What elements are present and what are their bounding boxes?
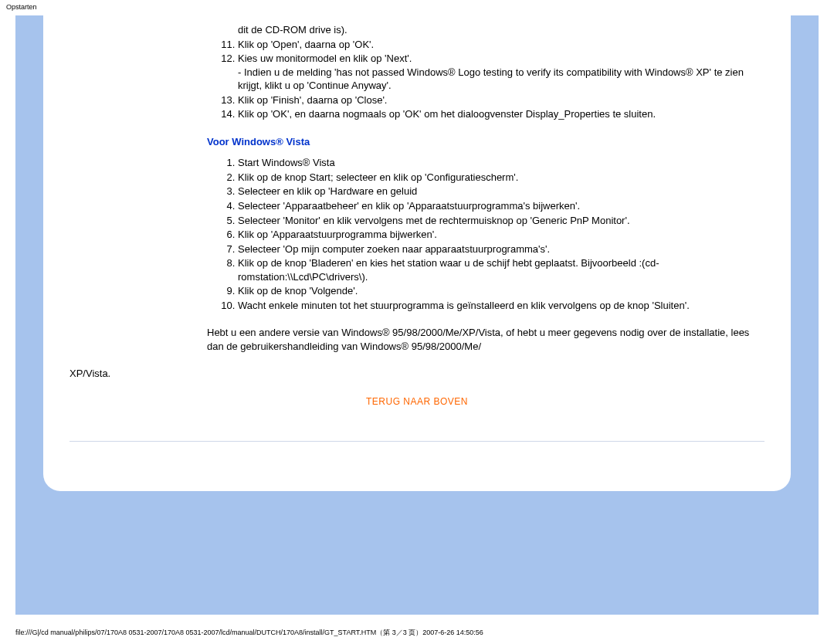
- list-item: Klik op 'OK', en daarna nogmaals op 'OK'…: [238, 107, 764, 121]
- list-item: Selecteer 'Monitor' en klik vervolgens m…: [238, 214, 764, 228]
- list-item: Kies uw monitormodel en klik op 'Next'. …: [238, 52, 764, 93]
- divider: [70, 441, 764, 442]
- list-item: Wacht enkele minuten tot het stuurprogra…: [238, 299, 764, 313]
- list-sub-note: - Indien u de melding 'has not passed Wi…: [238, 66, 764, 93]
- list-item: Klik op 'Finish', daarna op 'Close'.: [238, 93, 764, 107]
- vista-list: Start Windows® Vista Klik op de knop Sta…: [230, 156, 764, 312]
- footer-file-path: file:///G|/cd manual/philips/07/170A8 05…: [15, 628, 483, 638]
- outer-background: dit de CD-ROM drive is). Klik op 'Open',…: [15, 15, 819, 615]
- list-item: Klik op 'Open', daarna op 'OK'.: [238, 38, 764, 52]
- closing-paragraph: Hebt u een andere versie van Windows® 95…: [207, 326, 764, 353]
- list-item-text: Kies uw monitormodel en klik op 'Next'.: [238, 53, 412, 64]
- list-item: Start Windows® Vista: [238, 156, 764, 170]
- list-item: dit de CD-ROM drive is).: [238, 23, 764, 37]
- page-title-small: Opstarten: [0, 0, 834, 11]
- content-area: dit de CD-ROM drive is). Klik op 'Open',…: [207, 23, 764, 442]
- list-item: Klik op de knop 'Volgende'.: [238, 284, 764, 298]
- list-item: Klik op 'Apparaatstuurprogramma bijwerke…: [238, 228, 764, 242]
- list-item: Selecteer 'Op mijn computer zoeken naar …: [238, 242, 764, 256]
- xp-vista-tail: XP/Vista.: [70, 367, 764, 381]
- list-item: Selecteer en klik op 'Hardware en geluid: [238, 185, 764, 198]
- list-item: Selecteer 'Apparaatbeheer' en klik op 'A…: [238, 199, 764, 213]
- back-to-top-wrap: TERUG NAAR BOVEN: [70, 395, 764, 408]
- content-panel: dit de CD-ROM drive is). Klik op 'Open',…: [43, 15, 791, 491]
- back-to-top-link[interactable]: TERUG NAAR BOVEN: [366, 396, 468, 407]
- vista-heading: Voor Windows® Vista: [207, 135, 764, 149]
- list-item: Klik op de knop Start; selecteer en klik…: [238, 171, 764, 185]
- xp-continued-list: dit de CD-ROM drive is). Klik op 'Open',…: [230, 23, 764, 121]
- list-item: Klik op de knop 'Bladeren' en kies het s…: [238, 256, 764, 283]
